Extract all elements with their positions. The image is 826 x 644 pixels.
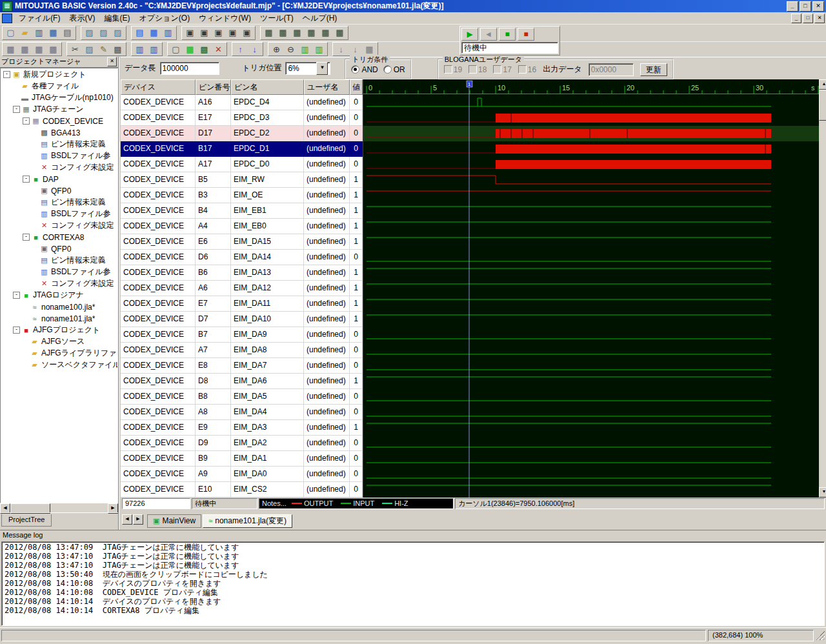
pin-row[interactable]: CODEX_DEVICEA9EIM_DA0(undefined)0 [121,467,363,482]
tree-item[interactable]: -■AJFGプロジェクト [1,325,117,336]
tree-expander-icon[interactable]: - [13,292,20,299]
pin-row[interactable]: CODEX_DEVICEE6EIM_DA15(undefined)1 [121,234,363,250]
tabs-scroll-right-icon[interactable]: ▶ [133,514,143,525]
wave-view-4-icon[interactable]: ▦ [305,27,318,39]
view-mode-4-icon[interactable]: ▣ [226,27,239,39]
tree-item[interactable]: ▥BSDLファイル参 [1,150,117,162]
tree-item[interactable]: ▣QFP0 [1,185,117,197]
radio-or-icon[interactable] [383,65,392,74]
tree-item[interactable]: -▦CODEX_DEVICE [1,116,117,127]
logana-grid-icon[interactable]: ▩ [197,43,211,55]
pin-row[interactable]: CODEX_DEVICED17EPDC_D2(undefined)0 [121,126,363,141]
view-mode-3-icon[interactable]: ▣ [212,27,225,39]
blogana-check-17[interactable]: 17 [493,65,511,74]
pin-table[interactable]: デバイスピン番号ピン名ユーザ名値 CODEX_DEVICEA16EPDC_D4(… [121,79,363,498]
tree-item[interactable]: ✕コンフィグ未設定 [1,162,117,174]
zoom-out-icon[interactable]: ⊖ [284,43,297,55]
tabs-scroll-left-icon[interactable]: ◀ [122,514,132,525]
cut-icon[interactable]: ✂ [68,43,82,55]
mdi-close-button[interactable]: ✕ [814,14,825,23]
wave-view-6-icon[interactable]: ▦ [333,27,347,39]
fit-view-icon[interactable]: ▥ [298,43,312,55]
checkbox-icon[interactable] [444,65,452,74]
move-down-icon[interactable]: ↓ [248,43,261,55]
tree-expander-icon[interactable]: - [23,117,30,125]
title-bar[interactable]: ▦ MITOUJTAG BASIC Version 2.40c - "C:¥MJ… [0,0,826,12]
tree-item[interactable]: ▰AJFGライブラリファイル [1,348,117,359]
checkbox-icon[interactable] [493,65,501,74]
bscan-1-icon[interactable]: ▦ [4,43,17,55]
project-tree[interactable]: -▣新規プロジェクト▰各種ファイル▬JTAGケーブル(np1010)-▦JTAG… [0,68,118,503]
scroll-down-icon[interactable]: ▼ [819,487,826,498]
save-project-icon[interactable]: ▥ [32,27,46,39]
tree-item[interactable]: ≈noname100.jla* [1,301,117,313]
update-button[interactable]: 更新 [640,63,667,76]
mdi-minimize-button[interactable]: _ [791,14,801,23]
tree-item[interactable]: -▣新規プロジェクト [1,69,117,81]
tree-item[interactable]: ▰ソースベクタファイル [1,359,117,371]
chevron-down-icon[interactable]: ▼ [316,62,328,75]
wave-view-1-icon[interactable]: ▦ [262,27,276,39]
zoom-in-icon[interactable]: ⊕ [270,43,283,55]
pane-right-icon[interactable]: ▥ [147,43,161,55]
trigger-and-radio[interactable]: AND [351,65,378,74]
pin-row[interactable]: CODEX_DEVICEE17EPDC_D3(undefined)0 [121,110,363,126]
tree-expander-icon[interactable]: - [3,71,10,78]
copy-image-icon[interactable]: ▨ [97,27,110,39]
pin-row[interactable]: CODEX_DEVICEB4EIM_EB1(undefined)1 [121,203,363,219]
tree-item[interactable]: ▤ピン情報未定義 [1,139,117,150]
pin-row[interactable]: CODEX_DEVICED6EIM_DA14(undefined)0 [121,250,363,265]
mdi-restore-button[interactable]: □ [803,14,813,23]
tree-item[interactable]: ▰AJFGソース [1,336,117,348]
download-2-icon[interactable]: ↓ [348,43,362,55]
pin-row[interactable]: CODEX_DEVICED8EIM_DA6(undefined)1 [121,374,363,389]
tree-item[interactable]: -■CORTEXA8 [1,232,117,243]
radio-and-icon[interactable] [351,65,359,74]
blogana-check-19[interactable]: 19 [444,65,462,74]
tree-item[interactable]: ▬JTAGケーブル(np1010) [1,92,117,104]
tree-item[interactable]: ▤ピン情報未定義 [1,255,117,267]
new-project-icon[interactable]: ▢ [4,27,17,39]
bscan-3-icon[interactable]: ▦ [32,43,46,55]
project-manager-titlebar[interactable]: プロジェクトマネージャ ✕ [0,57,118,68]
panel-close-icon[interactable]: ✕ [107,57,117,66]
tree-item[interactable]: ≈noname101.jla* [1,313,117,325]
print-icon[interactable]: ▤ [61,27,74,39]
logana-close-icon[interactable]: ✕ [212,43,225,55]
grid-toggle-icon[interactable]: ▩ [111,43,125,55]
blogana-check-18[interactable]: 18 [468,65,487,74]
menu-item-0[interactable]: ファイル(F) [14,12,65,25]
pin-row[interactable]: CODEX_DEVICEA4EIM_EB0(undefined)1 [121,219,363,234]
stop-button[interactable]: ■ [518,28,534,41]
column-header-0[interactable]: デバイス [121,79,196,95]
paste-icon[interactable]: ▨ [111,27,125,39]
cursor-view-icon[interactable]: ▥ [312,43,326,55]
menu-item-4[interactable]: ウィンドウ(W) [194,12,256,25]
download-1-icon[interactable]: ↓ [334,43,348,55]
pin-table-header[interactable]: デバイスピン番号ピン名ユーザ名値 [121,79,363,95]
minimize-button[interactable]: _ [787,1,798,12]
save-all-icon[interactable]: ▦ [46,27,60,39]
pin-row[interactable]: CODEX_DEVICEB7EIM_DA9(undefined)0 [121,327,363,343]
pin-row[interactable]: CODEX_DEVICEB17EPDC_D1(undefined)0 [121,141,363,157]
logana-run-icon[interactable]: ▦ [183,43,197,55]
step-button[interactable]: ◄ [480,28,497,41]
view-mode-2-icon[interactable]: ▣ [197,27,211,39]
data-length-input[interactable] [160,62,219,75]
pin-row[interactable]: CODEX_DEVICEB5EIM_RW(undefined)1 [121,172,363,188]
tree-item[interactable]: -▦JTAGチェーン [1,104,117,116]
pin-row[interactable]: CODEX_DEVICEA17EPDC_D0(undefined)0 [121,157,363,172]
tree-item[interactable]: ▩BGA413 [1,127,117,139]
pin-row[interactable]: CODEX_DEVICEE7EIM_DA11(undefined)1 [121,296,363,312]
tab-mainview[interactable]: ▣MainView [147,514,201,528]
view-mode-1-icon[interactable]: ▣ [183,27,197,39]
column-header-2[interactable]: ピン名 [231,79,304,95]
vscrollbar-thumb[interactable] [819,90,826,121]
checkbox-icon[interactable] [468,65,477,74]
menu-item-2[interactable]: 編集(E) [99,12,134,25]
tree-item[interactable]: ▥BSDLファイル参 [1,208,117,220]
pin-row[interactable]: CODEX_DEVICEE8EIM_DA7(undefined)0 [121,358,363,374]
new-waveform-icon[interactable]: ▢ [169,43,183,55]
run-button[interactable]: ▶ [461,28,478,41]
wave-view-3-icon[interactable]: ▦ [290,27,304,39]
